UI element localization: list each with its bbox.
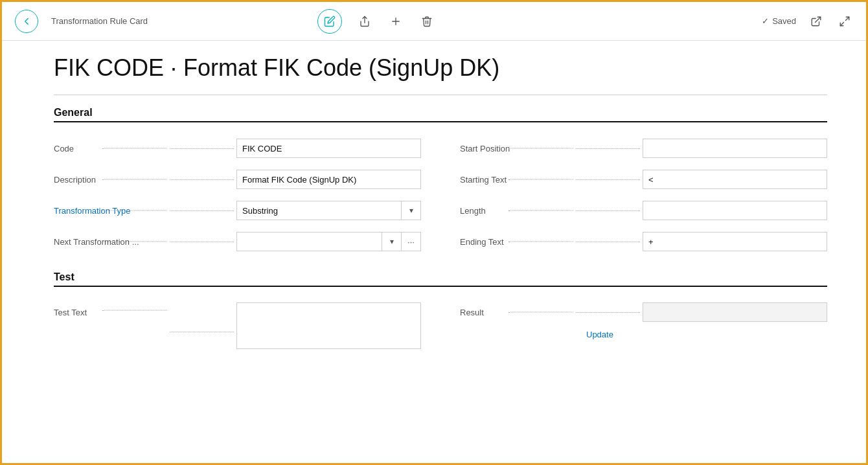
test-text-input[interactable]: [236, 302, 421, 349]
test-text-dotted-gap: [170, 332, 234, 332]
next-transformation-dropdown: ▾ ···: [236, 232, 421, 251]
length-label: Length: [460, 206, 573, 216]
general-section-header: General: [54, 107, 827, 119]
test-section-header: Test: [54, 271, 827, 283]
start-position-dotted-gap: [576, 148, 640, 149]
next-transformation-dotted-gap: [170, 242, 234, 242]
right-tools: ✓ Saved: [762, 13, 853, 30]
result-label: Result: [460, 308, 573, 317]
transformation-type-dotted-gap: [170, 210, 234, 211]
update-link-row: Update: [460, 328, 613, 340]
starting-text-row: Starting Text: [460, 169, 827, 190]
back-arrow-icon: [21, 16, 32, 27]
main-content: FIK CODE · Format FIK Code (SignUp DK) G…: [2, 41, 866, 381]
description-input[interactable]: [236, 170, 421, 189]
transformation-type-select[interactable]: Substring: [236, 201, 402, 220]
plus-icon: [390, 16, 402, 27]
ending-text-dotted-gap: [576, 242, 640, 242]
result-input: [643, 302, 827, 322]
length-input[interactable]: [643, 201, 827, 220]
general-section-divider: [54, 121, 827, 122]
transformation-type-arrow[interactable]: ▾: [402, 201, 421, 220]
external-link-icon: [810, 16, 822, 27]
toolbar-icons: [317, 9, 435, 34]
start-position-label: Start Position: [460, 144, 573, 153]
starting-text-input[interactable]: [643, 170, 827, 189]
length-dotted-gap: [576, 210, 640, 211]
start-position-input[interactable]: [643, 139, 827, 158]
expand-icon: [839, 16, 851, 27]
result-dotted-gap: [576, 312, 640, 313]
code-dotted-gap: [170, 148, 234, 149]
code-row: Code: [54, 138, 421, 159]
code-label: Code: [54, 144, 167, 153]
svg-line-3: [816, 17, 821, 22]
add-button[interactable]: [387, 13, 404, 30]
length-row: Length: [460, 200, 827, 221]
update-link[interactable]: Update: [586, 330, 613, 339]
next-transformation-arrow[interactable]: ▾: [382, 232, 402, 251]
test-section: Test Test Text Result Update: [54, 271, 827, 349]
general-form-grid: Code Start Position Description Starting…: [54, 138, 827, 252]
top-bar: Transformation Rule Card: [2, 2, 866, 41]
result-field-row: Result: [460, 302, 827, 322]
result-row: Result Update: [460, 302, 827, 349]
ending-text-label: Ending Text: [460, 237, 573, 247]
pencil-icon: [324, 16, 336, 27]
external-link-button[interactable]: [808, 13, 825, 30]
description-label: Description: [54, 175, 167, 185]
next-transformation-select[interactable]: [236, 232, 382, 251]
share-icon: [359, 16, 371, 27]
ending-text-input[interactable]: [643, 232, 827, 251]
transformation-type-row: Transformation Type Substring ▾: [54, 200, 421, 221]
ending-text-row: Ending Text: [460, 231, 827, 252]
test-text-row: Test Text: [54, 302, 421, 349]
next-transformation-row: Next Transformation ... ▾ ···: [54, 231, 421, 252]
transformation-type-label: Transformation Type: [54, 206, 167, 216]
next-transformation-label: Next Transformation ...: [54, 237, 167, 247]
record-title: FIK CODE · Format FIK Code (SignUp DK): [54, 54, 827, 82]
starting-text-label: Starting Text: [460, 175, 573, 185]
next-transformation-ellipsis[interactable]: ···: [402, 232, 421, 251]
delete-button[interactable]: [418, 13, 435, 30]
code-input[interactable]: [236, 139, 421, 158]
start-position-row: Start Position: [460, 138, 827, 159]
transformation-type-dropdown: Substring ▾: [236, 201, 421, 220]
edit-button[interactable]: [317, 9, 342, 34]
test-section-divider: [54, 286, 827, 287]
svg-line-4: [846, 17, 849, 20]
starting-text-dotted-gap: [576, 179, 640, 180]
test-text-label: Test Text: [54, 302, 167, 317]
title-separator: [54, 95, 827, 95]
description-dotted-gap: [170, 179, 234, 180]
test-form-grid: Test Text Result Update: [54, 302, 827, 349]
share-button[interactable]: [356, 13, 373, 30]
trash-icon: [421, 16, 433, 27]
svg-line-5: [840, 22, 843, 25]
expand-button[interactable]: [836, 13, 853, 30]
description-row: Description: [54, 169, 421, 190]
saved-status: ✓ Saved: [762, 16, 796, 26]
back-button[interactable]: [15, 10, 38, 33]
page-title-nav: Transformation Rule Card: [51, 16, 148, 26]
